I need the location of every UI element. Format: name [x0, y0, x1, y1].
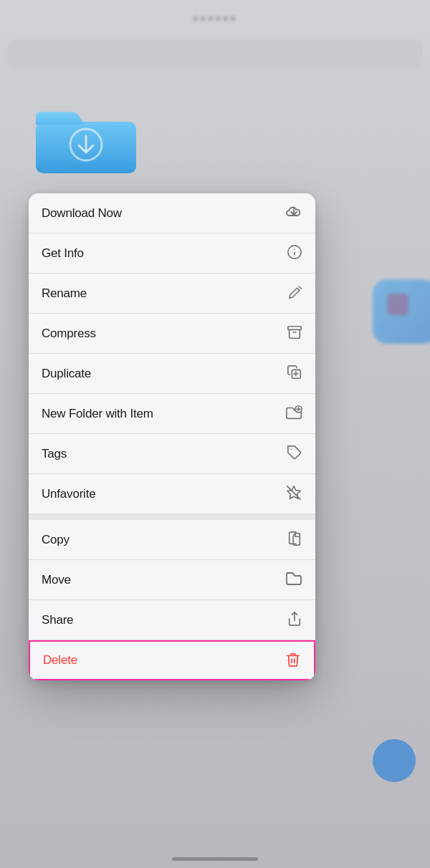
- share-icon: [287, 611, 302, 629]
- menu-label-get-info: Get Info: [42, 246, 84, 261]
- folder-plus-icon: [285, 405, 302, 423]
- trash-icon: [285, 652, 301, 670]
- bg-decoration-1: [373, 279, 430, 344]
- folder-icon: [285, 571, 302, 589]
- pencil-icon: [288, 285, 302, 302]
- svg-rect-8: [288, 327, 301, 330]
- menu-label-share: Share: [42, 613, 73, 627]
- menu-label-rename: Rename: [42, 286, 87, 301]
- nav-bar: ●●●●●●: [0, 0, 430, 36]
- menu-item-delete[interactable]: Delete: [29, 640, 315, 680]
- menu-label-new-folder-with-item: New Folder with Item: [42, 407, 153, 421]
- menu-label-duplicate: Duplicate: [42, 367, 91, 381]
- archive-icon: [287, 324, 302, 342]
- menu-item-copy[interactable]: Copy: [29, 520, 315, 560]
- menu-label-tags: Tags: [42, 447, 67, 461]
- search-bar-bg: [7, 39, 423, 68]
- context-menu: Download Now Get Info Rename: [29, 193, 315, 680]
- duplicate-icon: [287, 365, 302, 382]
- menu-separator: [29, 514, 315, 520]
- menu-label-move: Move: [42, 573, 71, 587]
- menu-label-delete: Delete: [43, 653, 77, 667]
- folder-icon: [29, 93, 143, 179]
- info-circle-icon: [287, 244, 302, 262]
- menu-item-move[interactable]: Move: [29, 560, 315, 600]
- menu-item-get-info[interactable]: Get Info: [29, 233, 315, 274]
- menu-item-rename[interactable]: Rename: [29, 274, 315, 314]
- bg-decoration-2: [373, 739, 416, 782]
- home-indicator: [172, 857, 258, 861]
- menu-item-tags[interactable]: Tags: [29, 434, 315, 474]
- cloud-download-icon: [285, 203, 302, 223]
- menu-label-compress: Compress: [42, 327, 96, 341]
- menu-item-unfavorite[interactable]: Unfavorite: [29, 474, 315, 514]
- menu-item-download-now[interactable]: Download Now: [29, 193, 315, 233]
- menu-item-compress[interactable]: Compress: [29, 314, 315, 354]
- tag-icon: [287, 445, 302, 463]
- menu-item-duplicate[interactable]: Duplicate: [29, 354, 315, 394]
- menu-label-download-now: Download Now: [42, 206, 122, 221]
- menu-label-unfavorite: Unfavorite: [42, 487, 95, 501]
- copy-icon: [287, 531, 302, 549]
- menu-label-copy: Copy: [42, 533, 70, 547]
- menu-item-share[interactable]: Share: [29, 600, 315, 640]
- menu-item-new-folder-with-item[interactable]: New Folder with Item: [29, 394, 315, 434]
- nav-title: ●●●●●●: [193, 12, 238, 24]
- star-slash-icon: [285, 485, 302, 503]
- svg-line-7: [299, 286, 301, 289]
